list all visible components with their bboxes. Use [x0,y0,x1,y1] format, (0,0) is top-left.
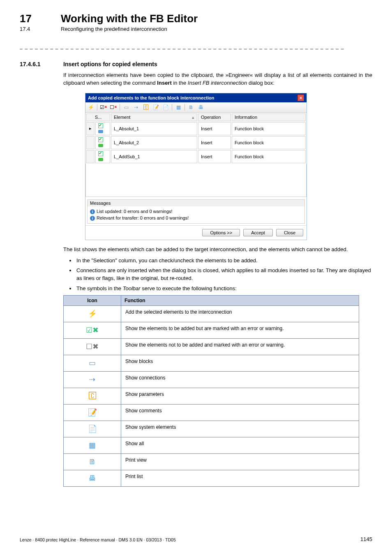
col-information[interactable]: Information [232,113,306,121]
table-row: 🗎Print view [64,453,359,470]
info-icon: i [90,209,95,214]
table-row: ▭Show blocks [64,355,359,371]
icon-cell: ▦ [64,437,121,453]
icon-cell: 🖶 [64,470,121,486]
chapter-title: Working with the FB Editor [61,12,198,25]
icon-cell: ▭ [64,355,121,371]
table-row: 📝Show comments [64,404,359,421]
row-checkbox[interactable] [98,137,103,142]
info-icon: i [90,216,95,221]
para1-mid: in the [172,80,188,86]
row-checkbox[interactable] [98,123,103,128]
table-row: ☑✖Show the elements to be added but are … [64,322,359,338]
comments-icon[interactable]: 📝 [152,104,159,111]
show-notadd-warning-icon: ☐✖ [86,342,99,351]
page-number: 1145 [360,536,372,542]
th-icon: Icon [64,295,121,305]
show-parameters-icon: 🄲 [89,392,96,400]
function-cell: Show system elements [121,421,359,437]
show-all-icon: ▦ [89,441,96,450]
table-row[interactable]: L_Absolut_2 Insert Function block [86,136,306,149]
message-line: List updated: 0 errors and 0 warnings! [97,209,173,214]
close-icon[interactable]: × [297,95,304,101]
connections-icon[interactable]: ⇢ [132,104,140,111]
function-cell: Show blocks [121,355,359,371]
dialog-title: Add copied elements to the function bloc… [88,95,214,100]
bullet-item: The symbols in the Toolbar serve to exec… [76,285,372,293]
icon-cell: ☑✖ [64,322,121,338]
elements-grid: S... Element ▴ Operation Information ▸ L… [85,113,307,164]
footer-text: Lenze · 8400 protec HighLine · Reference… [20,537,176,542]
bolt-icon[interactable]: ⚡ [87,104,95,111]
table-row: 🖶Print list [64,470,359,486]
accept-button[interactable]: Accept [243,229,273,236]
check-error-icon[interactable]: ☑✖ [100,104,107,111]
bullet-item: In the "Selection" column, you can check… [76,257,372,265]
divider-dashes: _ _ _ _ _ _ _ _ _ _ _ _ _ _ _ _ _ _ _ _ … [20,44,372,49]
paragraph-intro: If interconnection elements have been co… [63,72,372,87]
all-icon[interactable]: ▦ [175,104,182,111]
chapter-number: 17 [20,12,44,25]
toolbar-functions-table: Icon Function ⚡Add the selected elements… [63,295,359,487]
status-icon [98,158,103,161]
cell-info: Function block [232,122,306,135]
parameters-icon[interactable]: 🄲 [142,104,150,111]
table-row: ☐✖Show the elements not to be added and … [64,338,359,355]
col-operation[interactable]: Operation [198,113,231,121]
print-view-icon: 🗎 [89,458,96,466]
show-system-elements-icon: 📄 [88,424,97,433]
function-cell: Show comments [121,404,359,421]
grid-empty-area [85,164,307,197]
blocks-icon[interactable]: ▭ [122,104,130,111]
close-button[interactable]: Close [276,229,303,236]
icon-cell: 📝 [64,404,121,421]
icon-cell: 🗎 [64,453,121,470]
function-cell: Show the elements to be added but are ma… [121,322,359,338]
show-add-warning-icon: ☑✖ [86,326,99,335]
b3-pre: The symbols in the [76,285,123,291]
icon-cell: 🄲 [64,388,121,404]
function-cell: Show parameters [121,388,359,404]
section-number: 17.4 [20,26,44,32]
table-row: ▦Show all [64,437,359,453]
system-icon[interactable]: 📄 [162,104,169,111]
dialog-insert-elements: Add copied elements to the function bloc… [85,93,307,240]
options-button[interactable]: Options >> [202,229,240,236]
dialog-toolbar: ⚡ ☑✖ ☐✖ ▭ ⇢ 🄲 📝 📄 ▦ 🗎 🖶 [85,102,307,113]
icon-cell: 📄 [64,421,121,437]
cell-element: L_Absolut_1 [111,122,197,135]
row-checkbox[interactable] [98,151,103,156]
function-cell: Add the selected elements to the interco… [121,305,359,322]
cell-operation: Insert [198,122,231,135]
b3-italic: Toolbar [123,285,141,291]
print-view-icon[interactable]: 🗎 [187,104,195,111]
table-row: ⇢Show connections [64,371,359,388]
status-icon [98,130,103,133]
table-row[interactable]: L_AddSub_1 Insert Function block [86,150,306,163]
cell-operation: Insert [198,136,231,149]
function-cell: Show the elements not to be added and ma… [121,338,359,355]
print-list-icon: 🖶 [89,474,96,483]
para1-post: dialog box: [247,80,274,86]
uncheck-error-icon[interactable]: ☐✖ [110,104,117,111]
icon-cell: ☐✖ [64,338,121,355]
table-row[interactable]: ▸ L_Absolut_1 Insert Function block [86,122,306,135]
function-cell: Show all [121,437,359,453]
th-function: Function [121,295,359,305]
message-line: Relevant for transfer: 0 errors and 0 wa… [97,215,189,220]
show-connections-icon: ⇢ [89,375,95,384]
function-cell: Print view [121,453,359,470]
paragraph-after-dialog: The list shows the elements which can be… [63,246,372,254]
cell-element: L_AddSub_1 [111,150,197,163]
col-element[interactable]: Element ▴ [111,113,197,121]
table-row: ⚡Add the selected elements to the interc… [64,305,359,322]
cell-info: Function block [232,150,306,163]
print-list-icon[interactable]: 🖶 [197,104,205,111]
col-selection[interactable]: S... [86,113,110,121]
table-row: 🄲Show parameters [64,388,359,404]
subsection-title: Insert options for copied elements [63,61,157,67]
cell-operation: Insert [198,150,231,163]
icon-cell: ⇢ [64,371,121,388]
table-row: 📄Show system elements [64,421,359,437]
add-selected-icon: ⚡ [88,309,97,318]
